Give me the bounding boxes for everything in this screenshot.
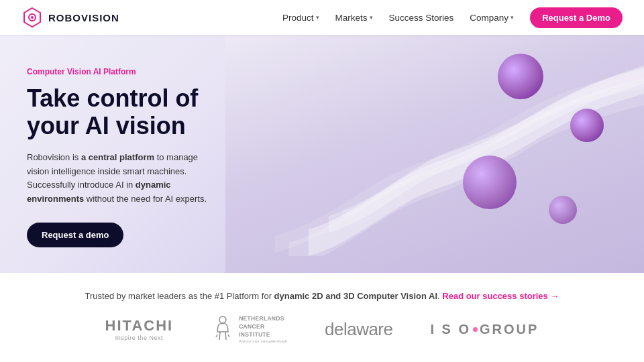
nav-request-demo-button[interactable]: Request a Demo <box>530 7 623 28</box>
nav-links: Product ▾ Markets ▾ Success Stories Comp… <box>282 7 623 28</box>
hitachi-logo: HITACHI Inspire the Next <box>105 317 174 341</box>
chevron-down-icon: ▾ <box>316 14 319 21</box>
hero-description: Robovision is a central platform to mana… <box>27 151 215 206</box>
robovision-logo-icon <box>21 7 43 28</box>
delaware-name: delaware <box>325 319 393 340</box>
hitachi-tagline: Inspire the Next <box>115 335 163 341</box>
hero-ball-4 <box>549 196 577 224</box>
iso-dot <box>473 327 478 332</box>
nav-company[interactable]: Company ▾ <box>470 13 514 23</box>
hitachi-name: HITACHI <box>105 317 174 335</box>
netherlands-cancer-institute-logo: NETHERLANDSCANCERINSTITUTE Antoni van Le… <box>211 314 287 344</box>
hero-ball-2 <box>570 109 604 142</box>
svg-point-3 <box>219 316 226 323</box>
hero-title: Take control ofyour AI vision <box>27 84 215 140</box>
chevron-down-icon: ▾ <box>370 14 373 21</box>
isogroup-logo: I S OGROUP <box>430 322 539 337</box>
navigation: ROBOVISION Product ▾ Markets ▾ Success S… <box>0 0 644 35</box>
isogroup-name: I S OGROUP <box>430 322 539 337</box>
hero-tag: Computer Vision AI Platform <box>27 67 215 76</box>
trust-bar: Trusted by market leaders as the #1 Plat… <box>0 273 644 362</box>
nav-markets[interactable]: Markets ▾ <box>335 13 373 23</box>
hero-content: Computer Vision AI Platform Take control… <box>0 35 241 273</box>
hero-cta-button[interactable]: Request a demo <box>27 223 123 247</box>
partner-logos: HITACHI Inspire the Next NETHERLANDSCANC… <box>105 314 539 344</box>
success-stories-link[interactable]: Read our success stories → <box>442 291 559 301</box>
hero-ribbon-decoration <box>275 42 644 256</box>
chevron-down-icon: ▾ <box>511 14 514 21</box>
hero-ball-1 <box>498 54 543 99</box>
hero-ball-3 <box>463 156 517 209</box>
trust-text: Trusted by market leaders as the #1 Plat… <box>85 291 559 301</box>
logo[interactable]: ROBOVISION <box>21 7 119 28</box>
logo-text: ROBOVISION <box>48 12 119 23</box>
hero-section: Computer Vision AI Platform Take control… <box>0 35 644 273</box>
nci-text: NETHERLANDSCANCERINSTITUTE Antoni van Le… <box>239 315 287 343</box>
delaware-logo: delaware <box>325 319 393 340</box>
hero-background <box>225 35 644 273</box>
nci-icon <box>211 314 235 344</box>
svg-point-2 <box>31 16 34 19</box>
nav-success-stories[interactable]: Success Stories <box>389 13 454 23</box>
nav-product[interactable]: Product ▾ <box>282 13 319 23</box>
